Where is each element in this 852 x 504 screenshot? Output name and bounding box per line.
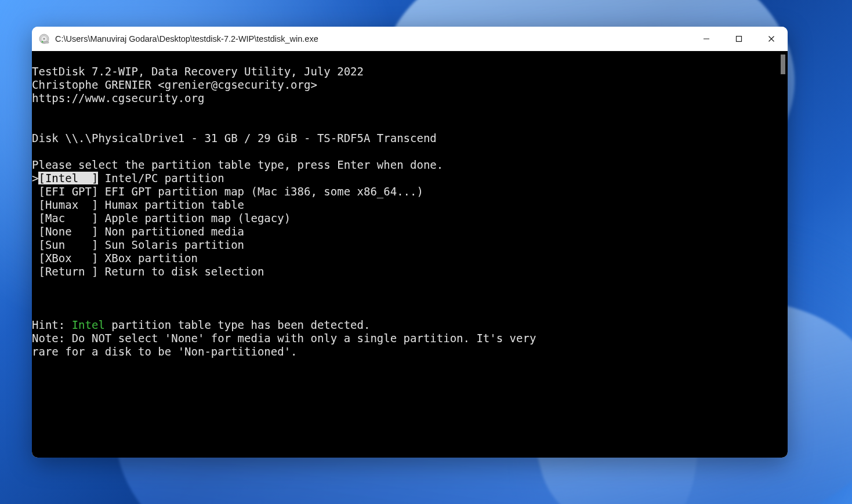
blank-line [32, 292, 38, 304]
console-window: C:\Users\Manuviraj Godara\Desktop\testdi… [32, 27, 788, 458]
blank-line [32, 118, 38, 131]
minimize-icon [703, 35, 710, 42]
scrollbar[interactable] [778, 51, 786, 458]
blank-line [32, 305, 38, 318]
partition-option[interactable]: [None ] Non partitioned media [32, 225, 244, 238]
window-title: C:\Users\Manuviraj Godara\Desktop\testdi… [55, 34, 690, 43]
close-button[interactable] [755, 27, 788, 51]
terminal-output[interactable]: TestDisk 7.2-WIP, Data Recovery Utility,… [32, 51, 788, 458]
app-icon [39, 34, 49, 44]
svg-point-2 [43, 38, 45, 40]
disk-info: Disk \\.\PhysicalDrive1 - 31 GB / 29 GiB… [32, 132, 437, 144]
header-line: TestDisk 7.2-WIP, Data Recovery Utility,… [32, 65, 364, 78]
partition-option-selected[interactable]: >[Intel ] Intel/PC partition [32, 172, 224, 184]
partition-option[interactable]: [Mac ] Apple partition map (legacy) [32, 212, 291, 224]
titlebar[interactable]: C:\Users\Manuviraj Godara\Desktop\testdi… [32, 27, 788, 51]
hint-line: Hint: Intel partition table type has bee… [32, 318, 370, 331]
close-icon [768, 35, 775, 42]
partition-option[interactable]: [Sun ] Sun Solaris partition [32, 238, 244, 251]
partition-option[interactable]: [Return ] Return to disk selection [32, 265, 264, 278]
partition-option[interactable]: [Humax ] Humax partition table [32, 198, 244, 211]
hint-detected: Intel [72, 318, 105, 331]
note-line: Note: Do NOT select 'None' for media wit… [32, 332, 536, 345]
instruction-line: Please select the partition table type, … [32, 158, 443, 171]
note-line: rare for a disk to be 'Non-partitioned'. [32, 345, 298, 358]
window-controls [690, 27, 788, 51]
maximize-button[interactable] [723, 27, 755, 51]
scroll-thumb[interactable] [781, 55, 785, 74]
header-line: Christophe GRENIER <grenier@cgsecurity.o… [32, 78, 317, 91]
svg-rect-6 [737, 37, 742, 42]
partition-option[interactable]: [XBox ] XBox partition [32, 252, 198, 264]
minimize-button[interactable] [690, 27, 723, 51]
header-line: https://www.cgsecurity.org [32, 92, 204, 104]
svg-point-3 [42, 41, 43, 43]
blank-line [32, 105, 38, 118]
hint-prefix: Hint: [32, 318, 72, 331]
hint-suffix: partition table type has been detected. [105, 318, 371, 331]
svg-rect-4 [43, 42, 49, 43]
maximize-icon [735, 35, 742, 42]
partition-option[interactable]: [EFI GPT] EFI GPT partition map (Mac i38… [32, 185, 423, 198]
blank-line [32, 145, 38, 158]
